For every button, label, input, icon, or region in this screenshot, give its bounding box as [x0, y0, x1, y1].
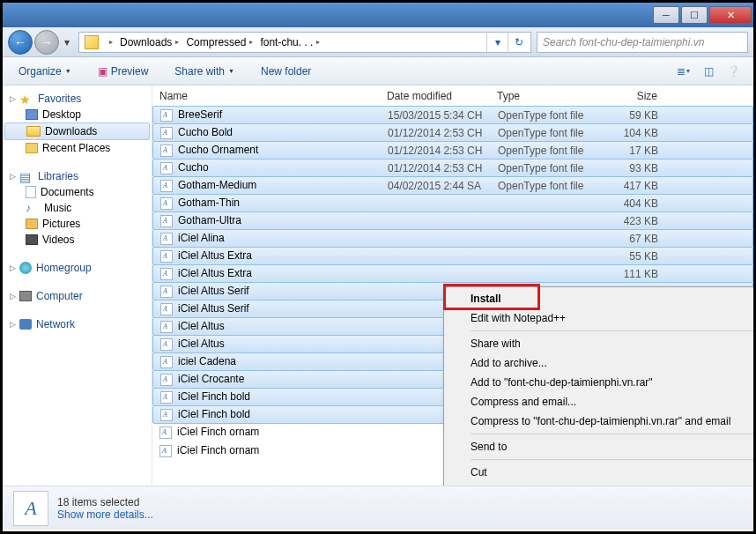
font-file-icon: [160, 321, 173, 333]
nav-favorites[interactable]: ▷★Favorites: [4, 91, 150, 107]
col-size[interactable]: Size: [594, 90, 664, 102]
font-file-icon: [160, 162, 173, 174]
newfolder-button[interactable]: New folder: [254, 60, 318, 83]
font-file-icon: [160, 233, 173, 245]
file-row[interactable]: iCiel Alina67 KB: [152, 229, 753, 248]
menu-install[interactable]: Install: [446, 289, 753, 308]
status-selection: 18 items selected: [57, 496, 153, 508]
font-file-icon: [160, 338, 173, 351]
font-file-icon: [160, 286, 173, 298]
font-file-icon: [159, 445, 172, 457]
minimize-button[interactable]: ─: [653, 6, 679, 24]
menu-sharewith[interactable]: Share with▶: [446, 334, 753, 353]
status-details-link[interactable]: Show more details...: [57, 508, 153, 521]
breadcrumb-downloads[interactable]: Downloads▸: [116, 33, 182, 52]
nav-videos[interactable]: Videos: [4, 232, 150, 248]
nav-network[interactable]: ▷Network: [4, 316, 150, 332]
col-date[interactable]: Date modified: [380, 90, 490, 102]
close-button[interactable]: ✕: [709, 6, 752, 24]
view-menu[interactable]: ≣▼: [672, 62, 695, 81]
status-bar: A 18 items selected Show more details...: [3, 486, 753, 530]
col-name[interactable]: Name: [152, 90, 380, 102]
column-header[interactable]: Name Date modified Type Size: [152, 85, 753, 107]
breadcrumb-arrow[interactable]: ▸: [102, 33, 116, 52]
context-menu: Install Edit with Notepad++ Share with▶ …: [443, 286, 753, 486]
font-file-icon: [160, 356, 173, 368]
explorer-window: ─ ☐ ✕ ← → ▾ ▸ Downloads▸ Compressed▸ fon…: [0, 0, 756, 534]
folder-icon: [85, 35, 99, 49]
file-pane: Name Date modified Type Size BreeSerif15…: [152, 85, 753, 486]
file-row[interactable]: Cucho Bold01/12/2014 2:53 CHOpenType fon…: [152, 123, 753, 142]
toolbar: Organize▼ ▣Preview Share with▼ New folde…: [3, 57, 753, 85]
maximize-button[interactable]: ☐: [681, 6, 708, 24]
nav-downloads[interactable]: Downloads: [4, 122, 150, 140]
dropdown-arrow[interactable]: ▾: [486, 32, 508, 53]
search-input[interactable]: Search font-chu-dep-taimienphi.vn: [537, 32, 748, 53]
font-file-icon: [159, 426, 172, 439]
sharewith-menu[interactable]: Share with▼: [167, 60, 241, 83]
font-file-icon: [160, 197, 173, 210]
nav-homegroup[interactable]: ▷Homegroup: [4, 260, 150, 276]
menu-edit-npp[interactable]: Edit with Notepad++: [446, 308, 753, 328]
back-button[interactable]: ←: [8, 30, 33, 55]
nav-recent[interactable]: Recent Places: [4, 140, 150, 156]
nav-music[interactable]: ♪Music: [4, 200, 150, 216]
file-row[interactable]: BreeSerif15/03/2015 5:34 CHOpenType font…: [152, 106, 753, 124]
help-button[interactable]: ❔: [722, 62, 745, 81]
file-row[interactable]: Cucho01/12/2014 2:53 CHOpenType font fil…: [152, 159, 753, 177]
font-file-icon: [160, 268, 173, 280]
nav-libraries[interactable]: ▷▤Libraries: [4, 168, 150, 184]
file-row[interactable]: Cucho Ornament01/12/2014 2:53 CHOpenType…: [152, 141, 753, 159]
preview-button[interactable]: ▣Preview: [91, 60, 156, 83]
font-file-icon: [160, 180, 173, 192]
font-file-icon: [160, 409, 173, 421]
menu-compress-email[interactable]: Compress and email...: [446, 392, 753, 412]
col-type[interactable]: Type: [490, 90, 594, 102]
nav-pictures[interactable]: Pictures: [4, 216, 150, 232]
menu-add-to[interactable]: Add to "font-chu-dep-taimienphi.vn.rar": [446, 373, 753, 392]
file-row[interactable]: iCiel Altus Extra55 KB: [152, 247, 753, 265]
breadcrumb-compressed[interactable]: Compressed▸: [182, 33, 256, 52]
history-dropdown[interactable]: ▾: [61, 33, 73, 51]
file-row[interactable]: iCiel Altus Extra111 KB: [152, 264, 753, 283]
font-file-icon: [160, 145, 173, 157]
menu-copy[interactable]: Copy: [446, 482, 753, 486]
font-file-icon: [160, 215, 173, 227]
address-bar: ← → ▾ ▸ Downloads▸ Compressed▸ font-chu.…: [3, 27, 753, 57]
font-file-icon: [160, 127, 173, 139]
refresh-button[interactable]: ↻: [508, 32, 529, 53]
preview-pane-button[interactable]: ◫: [697, 62, 720, 81]
breadcrumb[interactable]: ▸ Downloads▸ Compressed▸ font-chu. . .▸ …: [78, 32, 531, 53]
menu-cut[interactable]: Cut: [446, 463, 753, 482]
forward-button: →: [34, 30, 59, 55]
file-row[interactable]: Gotham-Medium04/02/2015 2:44 SAOpenType …: [152, 176, 753, 195]
file-row[interactable]: Gotham-Thin404 KB: [152, 194, 753, 212]
file-row[interactable]: Gotham-Ultra423 KB: [152, 211, 753, 230]
menu-add-archive[interactable]: Add to archive...: [446, 353, 753, 373]
menu-compress-to[interactable]: Compress to "font-chu-dep-taimienphi.vn.…: [446, 412, 753, 431]
font-file-icon: [160, 391, 173, 404]
title-bar: ─ ☐ ✕: [3, 3, 753, 27]
navigation-pane: ▷★Favorites Desktop Downloads Recent Pla…: [3, 85, 152, 486]
organize-menu[interactable]: Organize▼: [11, 60, 78, 83]
menu-sendto[interactable]: Send to▶: [446, 437, 753, 456]
font-file-icon: [160, 250, 173, 263]
status-thumbnail: A: [13, 491, 48, 526]
nav-desktop[interactable]: Desktop: [4, 107, 150, 122]
breadcrumb-fontchu[interactable]: font-chu. . .▸: [256, 33, 323, 52]
font-file-icon: [160, 374, 173, 386]
font-file-icon: [160, 109, 173, 122]
font-file-icon: [160, 303, 173, 315]
nav-computer[interactable]: ▷Computer: [4, 288, 150, 304]
nav-documents[interactable]: Documents: [4, 184, 150, 200]
